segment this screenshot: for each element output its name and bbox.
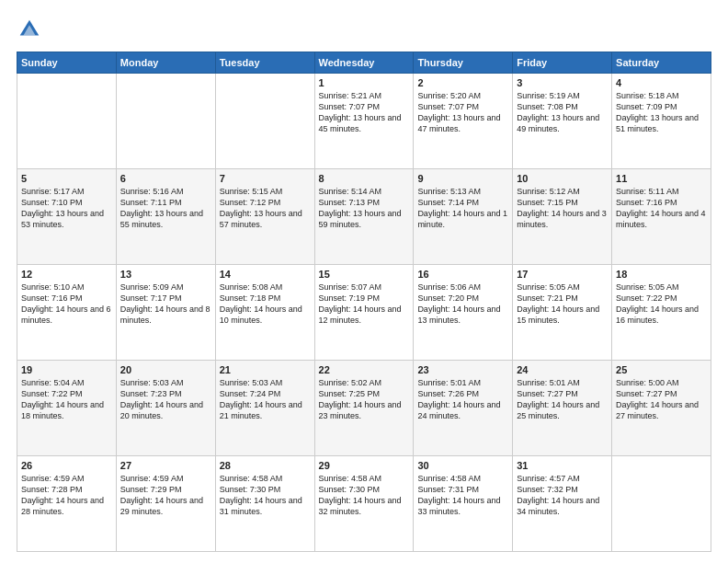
day-number: 23 <box>417 364 508 375</box>
day-number: 20 <box>120 364 211 375</box>
calendar-cell: 28 Sunrise: 4:58 AMSunset: 7:30 PMDaylig… <box>215 456 314 552</box>
day-number: 18 <box>616 269 707 280</box>
day-number: 30 <box>417 460 508 471</box>
cell-info: Sunrise: 5:01 AMSunset: 7:26 PMDaylight:… <box>417 378 500 420</box>
calendar-table: SundayMondayTuesdayWednesdayThursdayFrid… <box>17 52 711 552</box>
calendar-cell: 6 Sunrise: 5:16 AMSunset: 7:11 PMDayligh… <box>116 169 215 265</box>
cell-info: Sunrise: 5:05 AMSunset: 7:21 PMDaylight:… <box>517 282 599 325</box>
day-number: 9 <box>417 173 508 184</box>
cell-info: Sunrise: 5:17 AMSunset: 7:10 PMDaylight:… <box>21 187 104 229</box>
cell-info: Sunrise: 5:03 AMSunset: 7:24 PMDaylight:… <box>220 378 302 420</box>
calendar-cell: 11 Sunrise: 5:11 AMSunset: 7:16 PMDaylig… <box>612 169 711 265</box>
cell-info: Sunrise: 5:08 AMSunset: 7:18 PMDaylight:… <box>220 282 302 325</box>
calendar-cell: 30 Sunrise: 4:58 AMSunset: 7:31 PMDaylig… <box>414 456 513 552</box>
day-number: 28 <box>220 460 311 471</box>
day-number: 3 <box>517 77 608 88</box>
cell-info: Sunrise: 4:59 AMSunset: 7:29 PMDaylight:… <box>120 474 203 516</box>
calendar-cell: 12 Sunrise: 5:10 AMSunset: 7:16 PMDaylig… <box>17 265 117 361</box>
calendar-cell: 9 Sunrise: 5:13 AMSunset: 7:14 PMDayligh… <box>414 169 513 265</box>
calendar-cell <box>17 74 117 169</box>
day-number: 19 <box>21 364 112 375</box>
cell-info: Sunrise: 5:06 AMSunset: 7:20 PMDaylight:… <box>417 282 500 325</box>
day-number: 10 <box>517 173 608 184</box>
calendar-cell: 15 Sunrise: 5:07 AMSunset: 7:19 PMDaylig… <box>314 265 414 361</box>
cell-info: Sunrise: 5:04 AMSunset: 7:22 PMDaylight:… <box>21 378 104 420</box>
calendar-cell: 21 Sunrise: 5:03 AMSunset: 7:24 PMDaylig… <box>215 361 314 456</box>
logo-icon <box>17 17 42 42</box>
calendar-cell <box>612 456 711 552</box>
cell-info: Sunrise: 5:21 AMSunset: 7:07 PMDaylight:… <box>319 91 402 133</box>
calendar-cell: 3 Sunrise: 5:19 AMSunset: 7:08 PMDayligh… <box>513 74 612 169</box>
cell-info: Sunrise: 5:00 AMSunset: 7:27 PMDaylight:… <box>616 378 699 420</box>
day-number: 15 <box>319 269 410 280</box>
calendar-header-row: SundayMondayTuesdayWednesdayThursdayFrid… <box>17 52 711 74</box>
calendar-header-day: Thursday <box>414 52 513 74</box>
calendar-cell: 16 Sunrise: 5:06 AMSunset: 7:20 PMDaylig… <box>414 265 513 361</box>
day-number: 13 <box>120 269 211 280</box>
cell-info: Sunrise: 4:58 AMSunset: 7:30 PMDaylight:… <box>220 474 302 516</box>
cell-info: Sunrise: 5:11 AMSunset: 7:16 PMDaylight:… <box>616 187 706 229</box>
calendar-cell: 26 Sunrise: 4:59 AMSunset: 7:28 PMDaylig… <box>17 456 117 552</box>
day-number: 14 <box>220 269 311 280</box>
day-number: 1 <box>319 77 410 88</box>
cell-info: Sunrise: 5:02 AMSunset: 7:25 PMDaylight:… <box>319 378 402 420</box>
calendar-header-day: Friday <box>513 52 612 74</box>
calendar-cell: 29 Sunrise: 4:58 AMSunset: 7:30 PMDaylig… <box>314 456 414 552</box>
day-number: 17 <box>517 269 608 280</box>
cell-info: Sunrise: 5:20 AMSunset: 7:07 PMDaylight:… <box>417 91 500 133</box>
day-number: 2 <box>417 77 508 88</box>
day-number: 26 <box>21 460 112 471</box>
calendar-header-day: Sunday <box>17 52 117 74</box>
cell-info: Sunrise: 5:19 AMSunset: 7:08 PMDaylight:… <box>517 91 599 133</box>
calendar-week-row: 5 Sunrise: 5:17 AMSunset: 7:10 PMDayligh… <box>17 169 711 265</box>
cell-info: Sunrise: 5:01 AMSunset: 7:27 PMDaylight:… <box>517 378 599 420</box>
calendar-cell: 5 Sunrise: 5:17 AMSunset: 7:10 PMDayligh… <box>17 169 117 265</box>
calendar-cell: 2 Sunrise: 5:20 AMSunset: 7:07 PMDayligh… <box>414 74 513 169</box>
calendar-week-row: 1 Sunrise: 5:21 AMSunset: 7:07 PMDayligh… <box>17 74 711 169</box>
calendar-week-row: 12 Sunrise: 5:10 AMSunset: 7:16 PMDaylig… <box>17 265 711 361</box>
calendar-cell: 14 Sunrise: 5:08 AMSunset: 7:18 PMDaylig… <box>215 265 314 361</box>
page: SundayMondayTuesdayWednesdayThursdayFrid… <box>0 0 728 563</box>
day-number: 27 <box>120 460 211 471</box>
calendar-cell: 25 Sunrise: 5:00 AMSunset: 7:27 PMDaylig… <box>612 361 711 456</box>
cell-info: Sunrise: 5:18 AMSunset: 7:09 PMDaylight:… <box>616 91 699 133</box>
cell-info: Sunrise: 5:13 AMSunset: 7:14 PMDaylight:… <box>417 187 507 229</box>
calendar-cell: 19 Sunrise: 5:04 AMSunset: 7:22 PMDaylig… <box>17 361 117 456</box>
cell-info: Sunrise: 5:14 AMSunset: 7:13 PMDaylight:… <box>319 187 402 229</box>
cell-info: Sunrise: 4:59 AMSunset: 7:28 PMDaylight:… <box>21 474 104 516</box>
cell-info: Sunrise: 4:57 AMSunset: 7:32 PMDaylight:… <box>517 474 599 516</box>
day-number: 22 <box>319 364 410 375</box>
calendar-cell: 22 Sunrise: 5:02 AMSunset: 7:25 PMDaylig… <box>314 361 414 456</box>
calendar-cell: 31 Sunrise: 4:57 AMSunset: 7:32 PMDaylig… <box>513 456 612 552</box>
calendar-header-day: Wednesday <box>314 52 414 74</box>
calendar-cell: 10 Sunrise: 5:12 AMSunset: 7:15 PMDaylig… <box>513 169 612 265</box>
calendar-header-day: Tuesday <box>215 52 314 74</box>
cell-info: Sunrise: 4:58 AMSunset: 7:31 PMDaylight:… <box>417 474 500 516</box>
cell-info: Sunrise: 5:05 AMSunset: 7:22 PMDaylight:… <box>616 282 699 325</box>
calendar-cell: 18 Sunrise: 5:05 AMSunset: 7:22 PMDaylig… <box>612 265 711 361</box>
calendar-cell: 17 Sunrise: 5:05 AMSunset: 7:21 PMDaylig… <box>513 265 612 361</box>
calendar-week-row: 26 Sunrise: 4:59 AMSunset: 7:28 PMDaylig… <box>17 456 711 552</box>
cell-info: Sunrise: 5:03 AMSunset: 7:23 PMDaylight:… <box>120 378 203 420</box>
calendar-header-day: Monday <box>116 52 215 74</box>
cell-info: Sunrise: 5:16 AMSunset: 7:11 PMDaylight:… <box>120 187 203 229</box>
day-number: 24 <box>517 364 608 375</box>
calendar-cell <box>116 74 215 169</box>
calendar-cell: 24 Sunrise: 5:01 AMSunset: 7:27 PMDaylig… <box>513 361 612 456</box>
calendar-cell: 4 Sunrise: 5:18 AMSunset: 7:09 PMDayligh… <box>612 74 711 169</box>
logo <box>17 17 46 42</box>
cell-info: Sunrise: 5:15 AMSunset: 7:12 PMDaylight:… <box>220 187 302 229</box>
day-number: 31 <box>517 460 608 471</box>
cell-info: Sunrise: 5:10 AMSunset: 7:16 PMDaylight:… <box>21 282 111 325</box>
cell-info: Sunrise: 5:07 AMSunset: 7:19 PMDaylight:… <box>319 282 402 325</box>
day-number: 6 <box>120 173 211 184</box>
calendar-cell: 7 Sunrise: 5:15 AMSunset: 7:12 PMDayligh… <box>215 169 314 265</box>
day-number: 25 <box>616 364 707 375</box>
day-number: 8 <box>319 173 410 184</box>
cell-info: Sunrise: 4:58 AMSunset: 7:30 PMDaylight:… <box>319 474 402 516</box>
day-number: 5 <box>21 173 112 184</box>
day-number: 7 <box>220 173 311 184</box>
calendar-cell: 27 Sunrise: 4:59 AMSunset: 7:29 PMDaylig… <box>116 456 215 552</box>
day-number: 4 <box>616 77 707 88</box>
cell-info: Sunrise: 5:12 AMSunset: 7:15 PMDaylight:… <box>517 187 607 229</box>
